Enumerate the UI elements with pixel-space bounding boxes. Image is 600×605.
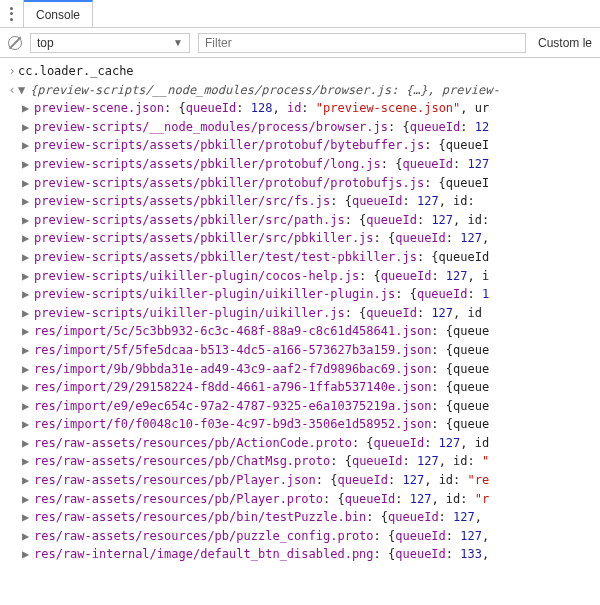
expand-triangle-icon[interactable]: ▶ [22, 211, 34, 230]
object-entry[interactable]: ▶preview-scripts/uikiller-plugin/uikille… [12, 285, 600, 304]
object-entry[interactable]: ▶preview-scene.json: {queueId: 128, id: … [12, 99, 600, 118]
object-entry[interactable]: ▶res/raw-assets/resources/pb/ActionCode.… [12, 434, 600, 453]
entry-key: res/raw-assets/resources/pb/ChatMsg.prot… [34, 454, 330, 468]
more-menu-button[interactable] [0, 0, 24, 27]
entry-line: res/import/e9/e9ec654c-97a2-4787-9325-e6… [34, 397, 489, 416]
entry-key: res/raw-internal/image/default_btn_disab… [34, 547, 374, 561]
expand-triangle-icon[interactable]: ▶ [22, 155, 34, 174]
entry-key: preview-scripts/assets/pbkiller/src/fs.j… [34, 194, 330, 208]
chevron-down-icon: ▼ [173, 37, 183, 48]
expand-triangle-icon[interactable]: ▶ [22, 434, 34, 453]
object-entry[interactable]: ▶preview-scripts/assets/pbkiller/protobu… [12, 155, 600, 174]
clear-console-icon[interactable] [8, 36, 22, 50]
entry-key: preview-scripts/assets/pbkiller/protobuf… [34, 138, 424, 152]
entry-line: preview-scripts/assets/pbkiller/src/pbki… [34, 229, 489, 248]
expand-triangle-icon[interactable]: ▶ [22, 322, 34, 341]
entry-line: res/import/9b/9bbda31e-ad49-43c9-aaf2-f7… [34, 360, 489, 379]
entry-key: res/raw-assets/resources/pb/puzzle_confi… [34, 529, 374, 543]
object-entry[interactable]: ▶res/import/5c/5c3bb932-6c3c-468f-88a9-c… [12, 322, 600, 341]
entry-line: preview-scripts/assets/pbkiller/src/fs.j… [34, 192, 475, 211]
object-entry[interactable]: ▶preview-scripts/__node_modules/process/… [12, 118, 600, 137]
entry-key: res/import/e9/e9ec654c-97a2-4787-9325-e6… [34, 399, 431, 413]
filter-input[interactable] [198, 33, 526, 53]
object-entry[interactable]: ▶preview-scripts/assets/pbkiller/src/pbk… [12, 229, 600, 248]
object-entry[interactable]: ▶res/raw-assets/resources/pb/Player.prot… [12, 490, 600, 509]
object-entry[interactable]: ▶res/raw-assets/resources/pb/Player.json… [12, 471, 600, 490]
entry-line: preview-scripts/assets/pbkiller/protobuf… [34, 174, 489, 193]
entry-line: res/raw-assets/resources/pb/puzzle_confi… [34, 527, 489, 546]
expand-triangle-icon[interactable]: ▶ [22, 527, 34, 546]
expand-triangle-icon[interactable]: ▶ [22, 397, 34, 416]
object-entry[interactable]: ▶preview-scripts/assets/pbkiller/src/fs.… [12, 192, 600, 211]
expand-triangle-icon[interactable]: ▶ [22, 304, 34, 323]
expand-triangle-icon[interactable]: ▶ [22, 490, 34, 509]
object-entry[interactable]: ▶res/import/f0/f0048c10-f03e-4c97-b9d3-3… [12, 415, 600, 434]
entry-key: preview-scripts/uikiller-plugin/cocos-he… [34, 269, 359, 283]
object-entry[interactable]: ▶preview-scripts/assets/pbkiller/test/te… [12, 248, 600, 267]
expand-triangle-icon[interactable]: ▶ [22, 99, 34, 118]
entry-key: res/import/5f/5fe5dcaa-b513-4dc5-a166-57… [34, 343, 431, 357]
expand-triangle-icon[interactable]: ▼ [18, 81, 30, 100]
output-chevron-icon: ‹ [6, 81, 18, 100]
object-entry[interactable]: ▶res/import/e9/e9ec654c-97a2-4787-9325-e… [12, 397, 600, 416]
console-result-summary[interactable]: ‹ ▼ {preview-scripts/__node_modules/proc… [6, 81, 600, 100]
expand-triangle-icon[interactable]: ▶ [22, 360, 34, 379]
expand-triangle-icon[interactable]: ▶ [22, 378, 34, 397]
expand-triangle-icon[interactable]: ▶ [22, 136, 34, 155]
object-entry[interactable]: ▶preview-scripts/uikiller-plugin/uikille… [12, 304, 600, 323]
kebab-icon [10, 7, 13, 21]
expand-triangle-icon[interactable]: ▶ [22, 452, 34, 471]
expand-triangle-icon[interactable]: ▶ [22, 267, 34, 286]
entry-key: res/import/f0/f0048c10-f03e-4c97-b9d3-35… [34, 417, 431, 431]
log-levels-dropdown[interactable]: Custom le [534, 36, 592, 50]
expand-triangle-icon[interactable]: ▶ [22, 341, 34, 360]
object-entry[interactable]: ▶res/import/29/29158224-f8dd-4661-a796-1… [12, 378, 600, 397]
result-summary-text: {preview-scripts/__node_modules/process/… [30, 83, 500, 97]
expand-triangle-icon[interactable]: ▶ [22, 471, 34, 490]
object-entry[interactable]: ▶preview-scripts/assets/pbkiller/protobu… [12, 174, 600, 193]
entry-line: res/raw-assets/resources/pb/bin/testPuzz… [34, 508, 482, 527]
expand-triangle-icon[interactable]: ▶ [22, 545, 34, 564]
expand-triangle-icon[interactable]: ▶ [22, 118, 34, 137]
entry-key: res/raw-assets/resources/pb/ActionCode.p… [34, 436, 352, 450]
entry-line: preview-scripts/assets/pbkiller/src/path… [34, 211, 489, 230]
entry-key: res/raw-assets/resources/pb/Player.json [34, 473, 316, 487]
expand-triangle-icon[interactable]: ▶ [22, 174, 34, 193]
input-expression: cc.loader._cache [18, 62, 134, 81]
entry-key: preview-scripts/__node_modules/process/b… [34, 120, 388, 134]
entry-line: res/raw-assets/resources/pb/Player.proto… [34, 490, 489, 509]
tab-label: Console [36, 8, 80, 22]
entry-line: res/import/5c/5c3bb932-6c3c-468f-88a9-c8… [34, 322, 489, 341]
object-entries: ▶preview-scene.json: {queueId: 128, id: … [6, 99, 600, 564]
entry-key: res/import/9b/9bbda31e-ad49-43c9-aaf2-f7… [34, 362, 431, 376]
context-selector[interactable]: top ▼ [30, 33, 190, 53]
entry-line: res/raw-internal/image/default_btn_disab… [34, 545, 489, 564]
object-entry[interactable]: ▶res/import/5f/5fe5dcaa-b513-4dc5-a166-5… [12, 341, 600, 360]
entry-key: res/raw-assets/resources/pb/bin/testPuzz… [34, 510, 366, 524]
object-entry[interactable]: ▶preview-scripts/assets/pbkiller/protobu… [12, 136, 600, 155]
expand-triangle-icon[interactable]: ▶ [22, 229, 34, 248]
object-entry[interactable]: ▶preview-scripts/uikiller-plugin/cocos-h… [12, 267, 600, 286]
entry-line: preview-scripts/uikiller-plugin/uikiller… [34, 285, 489, 304]
object-entry[interactable]: ▶res/raw-internal/image/default_btn_disa… [12, 545, 600, 564]
console-input-line: › cc.loader._cache [6, 62, 600, 81]
object-entry[interactable]: ▶res/raw-assets/resources/pb/puzzle_conf… [12, 527, 600, 546]
object-entry[interactable]: ▶res/raw-assets/resources/pb/bin/testPuz… [12, 508, 600, 527]
entry-line: res/import/5f/5fe5dcaa-b513-4dc5-a166-57… [34, 341, 489, 360]
expand-triangle-icon[interactable]: ▶ [22, 415, 34, 434]
object-entry[interactable]: ▶res/raw-assets/resources/pb/ChatMsg.pro… [12, 452, 600, 471]
entry-key: preview-scene.json [34, 101, 164, 115]
expand-triangle-icon[interactable]: ▶ [22, 508, 34, 527]
expand-triangle-icon[interactable]: ▶ [22, 285, 34, 304]
tab-console[interactable]: Console [24, 0, 93, 27]
expand-triangle-icon[interactable]: ▶ [22, 192, 34, 211]
object-entry[interactable]: ▶preview-scripts/assets/pbkiller/src/pat… [12, 211, 600, 230]
entry-key: preview-scripts/assets/pbkiller/protobuf… [34, 157, 381, 171]
input-chevron-icon: › [6, 62, 18, 81]
object-entry[interactable]: ▶res/import/9b/9bbda31e-ad49-43c9-aaf2-f… [12, 360, 600, 379]
entry-key: preview-scripts/assets/pbkiller/src/pbki… [34, 231, 374, 245]
entry-key: preview-scripts/uikiller-plugin/uikiller… [34, 306, 345, 320]
entry-line: res/import/f0/f0048c10-f03e-4c97-b9d3-35… [34, 415, 489, 434]
expand-triangle-icon[interactable]: ▶ [22, 248, 34, 267]
entry-line: preview-scripts/assets/pbkiller/protobuf… [34, 155, 489, 174]
